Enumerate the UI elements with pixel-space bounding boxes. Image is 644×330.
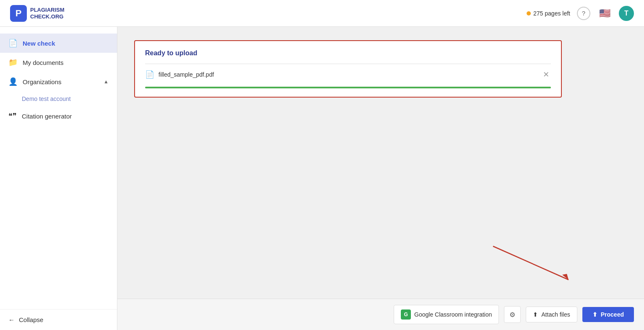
sidebar-item-my-documents[interactable]: 📁 My documents: [0, 53, 117, 72]
sidebar-bottom: ← Collapse: [0, 309, 117, 330]
upload-title: Ready to upload: [145, 49, 551, 57]
bottom-bar: G Google Classroom integration ⚙ ⬆ Attac…: [117, 299, 644, 330]
upload-box: Ready to upload 📄 filled_sample_pdf.pdf …: [134, 40, 562, 98]
pages-left: 275 pages left: [527, 10, 570, 17]
logo-area: P PLAGIARISM CHECK.ORG: [10, 5, 65, 22]
proceed-label: Proceed: [601, 311, 624, 318]
chevron-up-icon: ▲: [104, 79, 109, 85]
new-check-label: New check: [23, 40, 55, 47]
attach-icon: ⬆: [533, 311, 538, 318]
attach-files-label: Attach files: [541, 311, 570, 318]
logo-text: PLAGIARISM CHECK.ORG: [30, 7, 65, 20]
citation-icon: ❝❞: [8, 111, 17, 121]
settings-button[interactable]: ⚙: [504, 306, 521, 323]
header: P PLAGIARISM CHECK.ORG 275 pages left ? …: [0, 0, 644, 27]
main-content: Ready to upload 📄 filled_sample_pdf.pdf …: [117, 27, 644, 330]
sidebar-item-demo-account[interactable]: Demo test account: [0, 91, 117, 106]
citation-generator-label: Citation generator: [22, 113, 72, 120]
collapse-arrow-icon: ←: [8, 316, 15, 323]
pages-dot: [527, 11, 531, 15]
google-classroom-button[interactable]: G Google Classroom integration: [394, 305, 499, 324]
sidebar-item-citation-generator[interactable]: ❝❞ Citation generator: [0, 106, 117, 126]
collapse-label: Collapse: [19, 316, 43, 323]
pages-left-label: 275 pages left: [533, 10, 570, 17]
demo-account-label: Demo test account: [22, 95, 71, 102]
arrow-container: [485, 238, 577, 288]
help-button[interactable]: ?: [577, 7, 590, 20]
sidebar-nav: 📄 New check 📁 My documents 👤 Organizatio…: [0, 27, 117, 132]
google-classroom-icon: G: [401, 309, 411, 320]
collapse-button[interactable]: ← Collapse: [8, 316, 109, 323]
sidebar-item-organizations[interactable]: 👤 Organizations ▲: [0, 72, 117, 91]
attach-files-button[interactable]: ⬆ Attach files: [526, 307, 577, 322]
layout: 📄 New check 📁 My documents 👤 Organizatio…: [0, 27, 644, 330]
proceed-upload-icon: ⬆: [592, 311, 597, 318]
svg-line-0: [493, 246, 569, 280]
file-close-button[interactable]: ✕: [541, 68, 551, 81]
arrow-graphic: [485, 238, 577, 288]
language-button[interactable]: 🇺🇸: [597, 6, 612, 21]
help-icon: ?: [582, 10, 585, 17]
organizations-label: Organizations: [23, 78, 62, 85]
flag-icon: 🇺🇸: [599, 8, 610, 18]
my-documents-label: My documents: [23, 59, 64, 66]
upload-progress-bar: [145, 87, 551, 88]
logo-icon: P: [10, 5, 27, 22]
file-name: filled_sample_pdf.pdf: [158, 71, 537, 78]
google-classroom-label: Google Classroom integration: [414, 311, 492, 318]
sidebar: 📄 New check 📁 My documents 👤 Organizatio…: [0, 27, 117, 330]
settings-icon: ⚙: [509, 311, 515, 319]
new-check-icon: 📄: [8, 39, 18, 48]
file-icon: 📄: [145, 70, 154, 79]
proceed-button[interactable]: ⬆ Proceed: [582, 307, 634, 322]
header-right: 275 pages left ? 🇺🇸 T: [527, 6, 634, 21]
organizations-icon: 👤: [8, 77, 18, 86]
file-item: 📄 filled_sample_pdf.pdf ✕: [145, 64, 551, 85]
sidebar-item-new-check[interactable]: 📄 New check: [0, 34, 117, 53]
my-documents-icon: 📁: [8, 58, 18, 67]
avatar[interactable]: T: [619, 6, 634, 21]
